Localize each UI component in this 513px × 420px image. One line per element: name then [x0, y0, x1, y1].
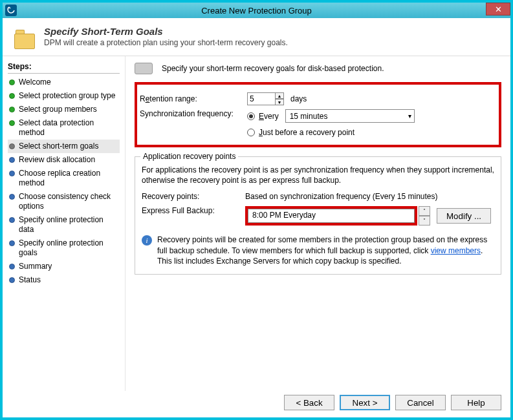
- group-title: Application recovery points: [140, 152, 238, 161]
- step-label: Status: [19, 275, 41, 285]
- step-bullet-icon: [9, 264, 15, 269]
- page-header: Specify Short-Term Goals DPM will create…: [3, 18, 510, 56]
- sync-interval-value: 15 minutes: [290, 112, 328, 121]
- step-0[interactable]: Welcome: [8, 76, 120, 89]
- next-button[interactable]: Next >: [340, 395, 390, 410]
- express-full-highlight: 8:00 PM Everyday: [245, 206, 417, 226]
- step-label: Choose consistency check options: [19, 192, 118, 211]
- step-label: Select protection group type: [19, 91, 115, 101]
- page-title: Specify Short-Term Goals: [44, 26, 288, 37]
- view-members-link[interactable]: view members: [431, 246, 481, 255]
- step-bullet-icon: [9, 217, 15, 223]
- main-panel: Specify your short-term recovery goals f…: [126, 56, 510, 391]
- step-8[interactable]: Specify online protection data: [8, 213, 120, 236]
- chevron-down-icon: ▾: [408, 112, 411, 120]
- list-scroll-up[interactable]: ˄: [419, 206, 430, 216]
- express-full-value: 8:00 PM Everyday: [252, 211, 316, 220]
- step-label: Select short-term goals: [19, 142, 98, 151]
- close-icon: ✕: [495, 5, 502, 14]
- step-bullet-icon: [9, 107, 15, 112]
- steps-heading: Steps:: [8, 60, 120, 74]
- intro-text: Specify your short-term recovery goals f…: [162, 64, 384, 73]
- spinner-down-icon[interactable]: ▼: [275, 99, 284, 105]
- step-3[interactable]: Select data protection method: [8, 116, 120, 140]
- sync-every-radio[interactable]: [247, 112, 255, 120]
- step-11[interactable]: Status: [8, 273, 120, 287]
- step-9[interactable]: Specify online protection goals: [8, 236, 120, 260]
- info-icon: i: [142, 235, 152, 246]
- modify-button[interactable]: Modify ...: [437, 208, 491, 224]
- sync-just-before-radio[interactable]: [247, 129, 255, 136]
- step-bullet-icon: [9, 171, 15, 176]
- recovery-points-value: Based on synchronization frequency (Ever…: [245, 192, 438, 201]
- retention-label: Retention range:: [137, 94, 247, 103]
- window-title: Create New Protection Group: [3, 6, 510, 16]
- express-full-listbox[interactable]: 8:00 PM Everyday: [248, 209, 415, 223]
- back-button[interactable]: < Back: [284, 395, 334, 410]
- recovery-points-label: Recovery points:: [142, 192, 245, 201]
- retention-spinner[interactable]: ▲ ▼: [275, 92, 284, 105]
- close-button[interactable]: ✕: [486, 3, 510, 16]
- step-bullet-icon: [9, 120, 15, 126]
- step-10[interactable]: Summary: [8, 260, 120, 273]
- retention-sync-highlight: Retention range: ▲ ▼ days Synchronizatio…: [135, 82, 501, 147]
- step-label: Review disk allocation: [19, 155, 95, 165]
- recovery-points-group: Application recovery points For applicat…: [135, 156, 501, 275]
- step-label: Select data protection method: [19, 118, 118, 138]
- step-6[interactable]: Choose replica creation method: [8, 167, 120, 190]
- retention-unit: days: [290, 94, 307, 103]
- step-bullet-icon: [9, 143, 15, 149]
- step-2[interactable]: Select group members: [8, 103, 120, 116]
- step-bullet-icon: [9, 240, 15, 246]
- retention-input[interactable]: [247, 92, 276, 105]
- step-label: Specify online protection goals: [19, 238, 118, 258]
- info-text: Recovery points will be created for some…: [157, 235, 494, 266]
- step-7[interactable]: Choose consistency check options: [8, 190, 120, 213]
- step-label: Welcome: [19, 78, 51, 87]
- sync-just-before-label: Just before a recovery point: [259, 128, 355, 137]
- folder-icon: [14, 26, 38, 49]
- page-subtitle: DPM will create a protection plan using …: [44, 38, 288, 47]
- list-scroll-down[interactable]: ˅: [419, 216, 430, 226]
- window-frame: Create New Protection Group ✕ Specify Sh…: [0, 0, 513, 420]
- help-button[interactable]: Help: [451, 395, 501, 410]
- step-1[interactable]: Select protection group type: [8, 89, 120, 103]
- titlebar: Create New Protection Group ✕: [3, 3, 510, 18]
- step-bullet-icon: [9, 157, 15, 163]
- step-label: Choose replica creation method: [19, 169, 118, 188]
- step-bullet-icon: [9, 79, 15, 85]
- step-bullet-icon: [9, 194, 15, 200]
- express-full-label: Express Full Backup:: [142, 206, 245, 215]
- step-5[interactable]: Review disk allocation: [8, 153, 120, 167]
- sync-every-label: Every: [259, 112, 279, 121]
- cancel-button[interactable]: Cancel: [395, 395, 446, 410]
- step-4[interactable]: Select short-term goals: [8, 140, 120, 153]
- spinner-up-icon[interactable]: ▲: [275, 92, 284, 99]
- disk-icon: [135, 63, 153, 74]
- sync-label: Synchronization frequency:: [137, 109, 247, 118]
- sync-interval-select[interactable]: 15 minutes ▾: [285, 109, 415, 123]
- step-label: Select group members: [19, 105, 97, 114]
- step-label: Specify online protection data: [19, 215, 118, 235]
- step-bullet-icon: [9, 277, 15, 283]
- wizard-footer: < Back Next > Cancel Help: [5, 392, 508, 414]
- steps-sidebar: Steps: WelcomeSelect protection group ty…: [3, 56, 126, 391]
- group-desc: For applications the recovery point is a…: [142, 165, 494, 185]
- step-label: Summary: [19, 262, 52, 271]
- step-bullet-icon: [9, 93, 15, 99]
